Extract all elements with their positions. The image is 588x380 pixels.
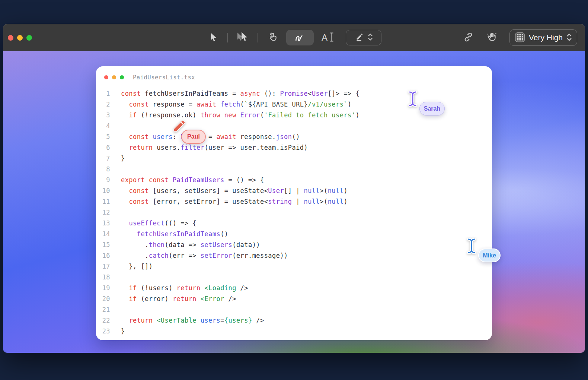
reactions-button[interactable]	[483, 30, 500, 45]
mike-name-badge: Mike	[478, 248, 501, 262]
line-number: 7	[96, 155, 110, 162]
code-line: 18	[96, 272, 492, 282]
code-text: fetchUsersInPaidTeams()	[110, 230, 229, 238]
line-number: 9	[96, 176, 110, 184]
line-number: 1	[96, 90, 110, 97]
code-text: .catch(err => setError(err.message))	[110, 252, 288, 259]
app-window: A	[3, 24, 585, 353]
code-line: 16 .catch(err => setError(err.message))	[96, 250, 492, 261]
code-text: const fetchUsersInPaidTeams = async (): …	[110, 90, 359, 97]
link-icon	[463, 32, 474, 44]
multi-cursor-button[interactable]	[233, 30, 252, 45]
text-tool-button[interactable]: A	[316, 30, 340, 45]
tap-hand-button[interactable]	[263, 30, 282, 45]
toolbar-right-actions: Very High	[460, 24, 577, 51]
line-number: 10	[96, 187, 110, 194]
app-toolbar: A	[3, 24, 585, 51]
select-cursor-button[interactable]	[205, 30, 222, 45]
code-line: 12	[96, 207, 492, 218]
code-line: 7}	[96, 153, 492, 164]
code-line: 22 return <UserTable users={users} />	[96, 315, 492, 326]
tool-group: A	[205, 24, 381, 51]
code-line: 21	[96, 304, 492, 315]
code-line: 9export const PaidTeamUsers = () => {	[96, 174, 492, 185]
code-text: if (!users) return <Loading />	[110, 284, 248, 292]
code-text: useEffect(() => {	[110, 219, 196, 227]
editor-zoom-button[interactable]	[120, 75, 124, 79]
sarah-text-cursor-icon	[408, 90, 418, 109]
code-text: return <UserTable users={users} />	[110, 317, 264, 324]
close-button[interactable]	[8, 35, 13, 41]
code-text: const response = await fetch(`${API_BASE…	[110, 101, 352, 108]
toolbar-divider	[227, 33, 228, 42]
line-number: 15	[96, 241, 110, 248]
sarah-name-badge: Sarah	[419, 102, 445, 115]
stroke-style-dropdown[interactable]	[346, 30, 381, 45]
code-line: 17 }, [])	[96, 261, 492, 272]
code-text: return users.filter(user => user.team.is…	[110, 144, 308, 151]
text-ibeam-glyph-icon	[329, 32, 334, 43]
line-number: 11	[96, 198, 110, 205]
code-text: }	[110, 155, 125, 162]
line-number: 17	[96, 263, 110, 270]
code-line: 19 if (!users) return <Loading />	[96, 282, 492, 293]
code-line: 4	[96, 120, 492, 131]
window-controls	[8, 24, 32, 51]
code-line: 23}	[96, 326, 492, 336]
code-line: 8	[96, 164, 492, 174]
line-number: 14	[96, 230, 110, 238]
copy-link-button[interactable]	[460, 30, 477, 45]
quality-label: Very High	[529, 33, 563, 42]
editor-filename: PaidUsersList.tsx	[133, 74, 195, 81]
editor-minimize-button[interactable]	[112, 75, 116, 79]
shared-screen-wallpaper: PaidUsersList.tsx 1const fetchUsersInPai…	[3, 51, 585, 353]
code-text: }	[110, 327, 125, 335]
code-text: .then(data => setUsers(data))	[110, 241, 260, 248]
pencil-line-icon	[355, 32, 365, 43]
waving-hand-sparkles-icon	[486, 32, 497, 44]
collaborator-name: Paul	[187, 133, 200, 140]
paul-name-badge: Paul	[181, 130, 206, 144]
editor-titlebar: PaidUsersList.tsx	[96, 66, 492, 88]
minimize-button[interactable]	[17, 35, 23, 41]
cursor-arrow-icon	[210, 32, 218, 43]
line-number: 18	[96, 273, 110, 281]
line-number: 19	[96, 284, 110, 292]
pixel-grid-icon	[515, 32, 525, 44]
squiggle-draw-icon	[294, 32, 306, 43]
code-line: 13 useEffect(() => {	[96, 218, 492, 228]
code-line: 5 const users: User[] = await response.j…	[96, 131, 492, 142]
toolbar-divider	[258, 33, 258, 42]
code-text: const [users, setUsers] = useState<User[…	[110, 187, 348, 194]
text-tool-a-label: A	[322, 32, 328, 43]
code-line: 14 fetchUsersInPaidTeams()	[96, 228, 492, 239]
code-text: if (error) return <Error />	[110, 295, 236, 303]
line-number: 6	[96, 144, 110, 151]
line-number: 4	[96, 122, 110, 130]
code-line: 1const fetchUsersInPaidTeams = async ():…	[96, 88, 492, 99]
zoom-button[interactable]	[26, 35, 32, 41]
line-number: 16	[96, 252, 110, 259]
mike-text-cursor-icon	[467, 237, 476, 256]
code-line: 11 const [error, setError] = useState<st…	[96, 196, 492, 207]
line-number: 5	[96, 133, 110, 140]
line-number: 21	[96, 306, 110, 313]
line-number: 2	[96, 101, 110, 108]
code-text: if (!response.ok) throw new Error('Faile…	[110, 111, 359, 119]
code-line: 10 const [users, setUsers] = useState<Us…	[96, 185, 492, 196]
chevron-up-down-icon	[566, 33, 572, 43]
line-number: 3	[96, 111, 110, 119]
code-line: 15 .then(data => setUsers(data))	[96, 239, 492, 250]
line-number: 20	[96, 295, 110, 303]
line-number: 23	[96, 327, 110, 335]
line-number: 13	[96, 219, 110, 227]
quality-dropdown[interactable]: Very High	[509, 29, 577, 46]
code-text: const [error, setError] = useState<strin…	[110, 198, 348, 205]
draw-tool-button[interactable]	[286, 30, 314, 45]
multi-cursor-icon	[236, 32, 249, 44]
editor-close-button[interactable]	[104, 75, 108, 79]
code-text: }, [])	[110, 263, 153, 270]
line-number: 22	[96, 317, 110, 324]
code-lines[interactable]: 1const fetchUsersInPaidTeams = async ():…	[96, 88, 492, 336]
collaborator-name: Mike	[483, 252, 496, 259]
